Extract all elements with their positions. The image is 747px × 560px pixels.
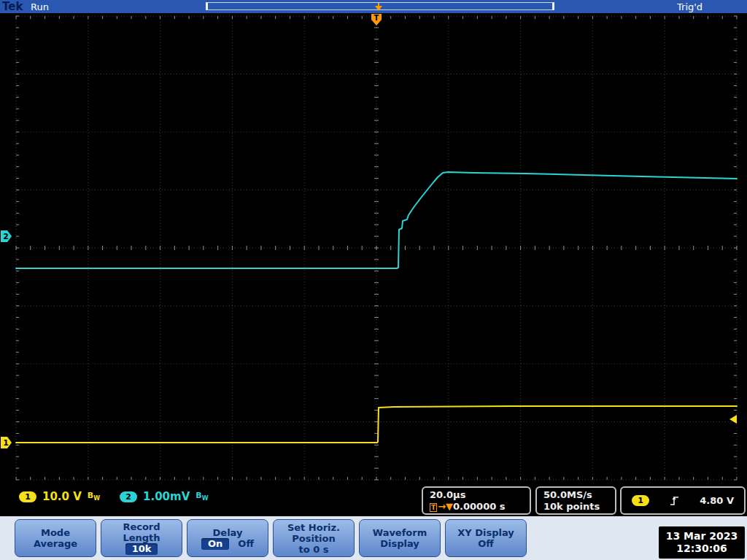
ch2-bandwidth-icon: BW: [196, 491, 208, 502]
set-horiz-label-2: Position: [292, 533, 336, 544]
waveform-display-button[interactable]: Waveform Display: [359, 519, 441, 557]
time-value: 12:30:06: [676, 542, 727, 555]
timebase-readout: 20.0µs T→▼0.00000 s: [422, 486, 531, 515]
tek-logo: Tek: [2, 0, 23, 13]
trigger-position-readout: T→▼0.00000 s: [430, 501, 523, 513]
top-bar: Tek Run Trig'd: [0, 0, 747, 13]
delay-on-option[interactable]: On: [201, 538, 229, 550]
set-horiz-position-button[interactable]: Set Horiz. Position to 0 s: [273, 519, 355, 557]
ch2-readout: 2 1.00mV BW: [120, 490, 208, 503]
date-value: 13 Mar 2023: [666, 530, 738, 542]
scope-display: 21T: [0, 13, 747, 486]
ch1-bandwidth-icon: BW: [88, 491, 100, 502]
ch2-badge: 2: [120, 491, 137, 502]
delay-toggle: On Off: [201, 538, 254, 550]
sample-rate: 50.0MS/s: [543, 489, 608, 501]
mode-button[interactable]: Mode Average: [15, 519, 96, 557]
record-length-label-1: Record: [123, 521, 160, 532]
xy-display-label: XY Display: [457, 527, 514, 538]
ch1-readout: 1 10.0 V BW: [19, 490, 100, 503]
ch1-badge: 1: [19, 491, 36, 502]
record-length-value: 10k: [125, 543, 158, 555]
trigger-source-badge: 1: [632, 495, 649, 506]
acquisition-readout: 50.0MS/s 10k points: [535, 486, 616, 515]
oscilloscope-screen: Tek Run Trig'd 21T 1 10.0 V BW 2 1.00mV …: [0, 0, 747, 560]
record-view-bar: [206, 2, 554, 10]
status-bar: 1 10.0 V BW 2 1.00mV BW 20.0µs T→▼0.0000…: [0, 486, 747, 516]
mode-button-label: Mode: [41, 527, 70, 538]
datetime-display: 13 Mar 2023 12:30:06: [659, 526, 745, 559]
delay-off-option[interactable]: Off: [238, 538, 254, 549]
acquisition-status: Run: [31, 1, 49, 12]
record-points: 10k points: [543, 501, 608, 513]
record-length-button[interactable]: Record Length 10k: [101, 519, 182, 557]
trigger-position-value: 0.00000 s: [453, 501, 505, 512]
timebase-scale: 20.0µs: [430, 489, 523, 501]
trigger-readout: 1 4.80 V: [620, 486, 746, 515]
channel-1-reference-marker-label: 1: [3, 438, 9, 448]
waveform-display-label-2: Display: [380, 538, 419, 549]
xy-display-value: Off: [478, 538, 494, 549]
set-horiz-label-3: to 0 s: [299, 544, 329, 555]
trigger-status: Trig'd: [677, 1, 703, 12]
trigger-position-arrow-icon: [375, 6, 382, 11]
delay-button-label: Delay: [213, 527, 243, 538]
ch1-scale: 10.0 V: [42, 490, 82, 503]
trigger-level-value: 4.80 V: [700, 495, 734, 507]
trigger-arrow-icon: →▼: [438, 501, 453, 512]
channel-2-reference-marker-label: 2: [3, 232, 9, 241]
xy-display-button[interactable]: XY Display Off: [445, 519, 527, 557]
trigger-position-marker-label: T: [374, 14, 379, 22]
rising-edge-icon: [669, 495, 681, 507]
trigger-level-marker: [729, 415, 737, 424]
waveform-display-label-1: Waveform: [373, 527, 427, 538]
record-length-label-2: Length: [123, 532, 160, 543]
set-horiz-label-1: Set Horiz.: [287, 522, 340, 533]
trigger-t-icon: T: [430, 503, 437, 512]
mode-button-value: Average: [34, 538, 77, 549]
trigger-position-indicator: [375, 3, 382, 11]
ch2-scale: 1.00mV: [143, 490, 190, 503]
menu-bar: Mode Average Record Length 10k Delay On …: [0, 516, 747, 560]
delay-button[interactable]: Delay On Off: [187, 519, 268, 557]
